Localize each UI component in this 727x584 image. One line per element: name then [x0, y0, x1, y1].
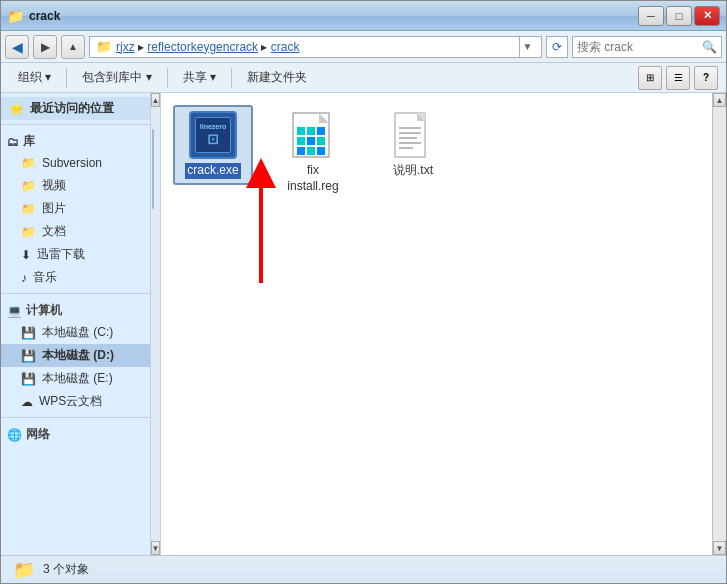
- txt-icon: [389, 111, 437, 159]
- file-scroll-up[interactable]: ▲: [713, 93, 726, 107]
- exe-icon-inner: linezero ⊡: [195, 117, 231, 153]
- sidebar-item-drive-c[interactable]: 💾 本地磁盘 (C:): [1, 321, 150, 344]
- svg-rect-6: [297, 137, 305, 145]
- path-part-3[interactable]: crack: [271, 40, 300, 54]
- search-box[interactable]: 🔍: [572, 36, 722, 58]
- sidebar-scroll-down[interactable]: ▼: [151, 541, 160, 555]
- sidebar-divider-1: [1, 124, 150, 125]
- sidebar-item-download[interactable]: ⬇ 迅雷下载: [1, 243, 150, 266]
- minimize-button[interactable]: ─: [638, 6, 664, 26]
- sidebar-scroll-up[interactable]: ▲: [151, 93, 160, 107]
- refresh-button[interactable]: ⟳: [546, 36, 568, 58]
- view-icon-grid[interactable]: ⊞: [638, 66, 662, 90]
- svg-rect-18: [399, 142, 421, 144]
- crack-exe-icon: linezero ⊡: [189, 111, 237, 159]
- computer-section-icon: 💻: [7, 304, 22, 318]
- sidebar-item-subversion[interactable]: 📁 Subversion: [1, 152, 150, 174]
- file-scroll-down[interactable]: ▼: [713, 541, 726, 555]
- sidebar-label-recent: 最近访问的位置: [30, 100, 114, 117]
- svg-rect-7: [307, 137, 315, 145]
- sidebar-item-image[interactable]: 📁 图片: [1, 197, 150, 220]
- title-bar: 📁 crack ─ □ ✕: [1, 1, 726, 31]
- organize-button[interactable]: 组织 ▾: [9, 66, 60, 90]
- share-button[interactable]: 共享 ▾: [174, 66, 225, 90]
- sidebar-item-doc[interactable]: 📁 文档: [1, 220, 150, 243]
- include-library-button[interactable]: 包含到库中 ▾: [73, 66, 160, 90]
- sidebar-scroll-thumb[interactable]: [152, 129, 154, 209]
- search-icon[interactable]: 🔍: [702, 40, 717, 54]
- svg-rect-16: [399, 132, 421, 134]
- toolbar-right: ⊞ ☰ ?: [638, 66, 718, 90]
- files-grid: linezero ⊡ crack.exe: [173, 105, 700, 200]
- svg-rect-11: [317, 147, 325, 155]
- toolbar-separator-2: [167, 68, 168, 88]
- sidebar-scrollbar[interactable]: ▲ ▼: [150, 93, 160, 555]
- address-dropdown[interactable]: ▼: [519, 36, 535, 58]
- sidebar-item-wps[interactable]: ☁ WPS云文档: [1, 390, 150, 413]
- sidebar: ⭐ 最近访问的位置 🗂 库 📁 Subversion 📁 视频 📁: [1, 93, 150, 555]
- file-item-fix-reg[interactable]: fixinstall.reg: [273, 105, 353, 200]
- toolbar: 组织 ▾ 包含到库中 ▾ 共享 ▾ 新建文件夹 ⊞ ☰ ?: [1, 63, 726, 93]
- address-path: rjxz ▸ reflectorkeygencrack ▸ crack: [116, 40, 515, 54]
- back-button[interactable]: ◀: [5, 35, 29, 59]
- new-folder-button[interactable]: 新建文件夹: [238, 66, 316, 90]
- window-title: crack: [29, 9, 638, 23]
- sidebar-divider-2: [1, 293, 150, 294]
- svg-rect-5: [317, 127, 325, 135]
- path-part-2[interactable]: reflectorkeygencrack: [147, 40, 258, 54]
- main-content: ⭐ 最近访问的位置 🗂 库 📁 Subversion 📁 视频 📁: [1, 93, 726, 555]
- network-section-icon: 🌐: [7, 428, 22, 442]
- status-folder-icon: 📁: [13, 559, 35, 581]
- sidebar-section-network: 🌐 网络: [1, 422, 150, 445]
- download-icon: ⬇: [21, 248, 31, 262]
- address-field[interactable]: 📁 rjxz ▸ reflectorkeygencrack ▸ crack ▼: [89, 36, 542, 58]
- sidebar-item-video[interactable]: 📁 视频: [1, 174, 150, 197]
- svg-rect-19: [399, 147, 413, 149]
- file-item-crack-exe[interactable]: linezero ⊡ crack.exe: [173, 105, 253, 185]
- exe-icon-visual: linezero ⊡: [189, 111, 237, 159]
- sidebar-item-recent[interactable]: ⭐ 最近访问的位置: [1, 97, 150, 120]
- sidebar-item-drive-d[interactable]: 💾 本地磁盘 (D:): [1, 344, 150, 367]
- toolbar-separator-3: [231, 68, 232, 88]
- help-button[interactable]: ?: [694, 66, 718, 90]
- status-count: 3 个对象: [43, 561, 89, 578]
- exe-icon-text: linezero: [200, 123, 226, 131]
- window-controls: ─ □ ✕: [638, 6, 720, 26]
- toolbar-separator-1: [66, 68, 67, 88]
- sidebar-item-music[interactable]: ♪ 音乐: [1, 266, 150, 289]
- drive-c-icon: 💾: [21, 326, 36, 340]
- explorer-window: 📁 crack ─ □ ✕ ◀ ▶ ▲ 📁 rjxz ▸ reflectorke…: [0, 0, 727, 584]
- sidebar-container: ⭐ 最近访问的位置 🗂 库 📁 Subversion 📁 视频 📁: [1, 93, 161, 555]
- file-area-scrollbar[interactable]: ▲ ▼: [712, 93, 726, 555]
- address-bar: ◀ ▶ ▲ 📁 rjxz ▸ reflectorkeygencrack ▸ cr…: [1, 31, 726, 63]
- txt-name: 说明.txt: [393, 163, 433, 179]
- path-part-1[interactable]: rjxz: [116, 40, 135, 54]
- search-input[interactable]: [577, 40, 702, 54]
- crack-exe-name: crack.exe: [185, 163, 240, 179]
- sidebar-section-computer: 💻 计算机: [1, 298, 150, 321]
- up-button[interactable]: ▲: [61, 35, 85, 59]
- maximize-button[interactable]: □: [666, 6, 692, 26]
- exe-icon-bracket: ⊡: [207, 131, 219, 147]
- recent-icon: ⭐: [9, 102, 24, 116]
- svg-rect-15: [399, 127, 421, 129]
- sidebar-item-drive-e[interactable]: 💾 本地磁盘 (E:): [1, 367, 150, 390]
- file-item-txt[interactable]: 说明.txt: [373, 105, 453, 185]
- fix-reg-icon: [289, 111, 337, 159]
- video-icon: 📁: [21, 179, 36, 193]
- doc-icon: 📁: [21, 225, 36, 239]
- forward-button[interactable]: ▶: [33, 35, 57, 59]
- close-button[interactable]: ✕: [694, 6, 720, 26]
- sidebar-section-library: 🗂 库: [1, 129, 150, 152]
- status-bar: 📁 3 个对象: [1, 555, 726, 583]
- address-folder-icon: 📁: [96, 39, 112, 54]
- reg-icon-svg: [289, 111, 337, 159]
- music-icon: ♪: [21, 271, 27, 285]
- svg-rect-10: [307, 147, 315, 155]
- drive-d-icon: 💾: [21, 349, 36, 363]
- svg-rect-8: [317, 137, 325, 145]
- view-icon-list[interactable]: ☰: [666, 66, 690, 90]
- library-section-icon: 🗂: [7, 135, 19, 149]
- svg-rect-4: [307, 127, 315, 135]
- file-area: linezero ⊡ crack.exe: [161, 93, 712, 555]
